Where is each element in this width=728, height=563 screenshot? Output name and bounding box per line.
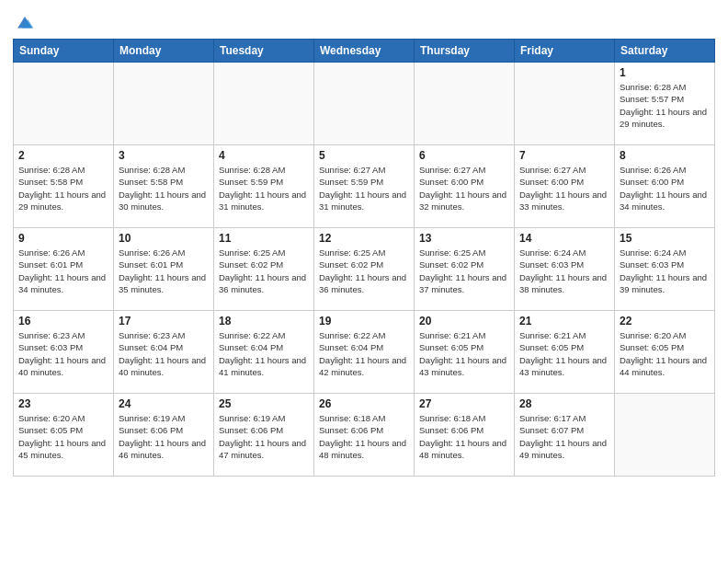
calendar-day-1: 1Sunrise: 6:28 AMSunset: 5:57 PMDaylight… bbox=[615, 63, 715, 145]
day-info: Sunrise: 6:23 AMSunset: 6:04 PMDaylight:… bbox=[119, 329, 209, 378]
calendar-day-22: 22Sunrise: 6:20 AMSunset: 6:05 PMDayligh… bbox=[615, 311, 715, 394]
calendar-week-row: 1Sunrise: 6:28 AMSunset: 5:57 PMDaylight… bbox=[14, 63, 715, 145]
weekday-header-thursday: Thursday bbox=[415, 40, 515, 63]
day-info: Sunrise: 6:26 AMSunset: 6:01 PMDaylight:… bbox=[119, 247, 209, 295]
calendar-day-25: 25Sunrise: 6:19 AMSunset: 6:06 PMDayligh… bbox=[214, 394, 314, 477]
weekday-header-sunday: Sunday bbox=[14, 40, 114, 63]
day-number: 13 bbox=[419, 232, 509, 245]
calendar-body: 1Sunrise: 6:28 AMSunset: 5:57 PMDaylight… bbox=[14, 63, 715, 477]
calendar-empty-cell bbox=[515, 63, 615, 145]
day-number: 24 bbox=[119, 397, 209, 410]
header bbox=[13, 9, 715, 33]
calendar-day-8: 8Sunrise: 6:26 AMSunset: 6:00 PMDaylight… bbox=[615, 145, 715, 228]
day-number: 23 bbox=[18, 397, 108, 410]
day-number: 20 bbox=[419, 315, 509, 327]
day-info: Sunrise: 6:18 AMSunset: 6:06 PMDaylight:… bbox=[419, 412, 509, 461]
day-number: 10 bbox=[119, 232, 209, 245]
weekday-header-wednesday: Wednesday bbox=[314, 40, 415, 63]
day-info: Sunrise: 6:19 AMSunset: 6:06 PMDaylight:… bbox=[219, 412, 309, 461]
page: SundayMondayTuesdayWednesdayThursdayFrid… bbox=[0, 0, 728, 489]
calendar-day-4: 4Sunrise: 6:28 AMSunset: 5:59 PMDaylight… bbox=[214, 145, 314, 228]
calendar-day-21: 21Sunrise: 6:21 AMSunset: 6:05 PMDayligh… bbox=[515, 311, 615, 394]
day-number: 3 bbox=[119, 149, 209, 162]
calendar-header: SundayMondayTuesdayWednesdayThursdayFrid… bbox=[14, 40, 715, 63]
day-number: 17 bbox=[119, 315, 209, 327]
calendar-day-3: 3Sunrise: 6:28 AMSunset: 5:58 PMDaylight… bbox=[114, 145, 214, 228]
calendar-day-12: 12Sunrise: 6:25 AMSunset: 6:02 PMDayligh… bbox=[314, 228, 415, 311]
day-number: 16 bbox=[18, 315, 108, 327]
calendar-day-18: 18Sunrise: 6:22 AMSunset: 6:04 PMDayligh… bbox=[214, 311, 314, 394]
day-number: 26 bbox=[319, 397, 409, 410]
logo-text bbox=[13, 13, 35, 33]
day-info: Sunrise: 6:26 AMSunset: 6:00 PMDaylight:… bbox=[620, 164, 710, 213]
calendar-empty-cell bbox=[214, 63, 314, 145]
day-info: Sunrise: 6:28 AMSunset: 5:57 PMDaylight:… bbox=[620, 81, 710, 130]
calendar-day-10: 10Sunrise: 6:26 AMSunset: 6:01 PMDayligh… bbox=[114, 228, 214, 311]
calendar-empty-cell bbox=[415, 63, 515, 145]
calendar-day-5: 5Sunrise: 6:27 AMSunset: 5:59 PMDaylight… bbox=[314, 145, 415, 228]
day-number: 11 bbox=[219, 232, 309, 245]
day-info: Sunrise: 6:27 AMSunset: 5:59 PMDaylight:… bbox=[319, 164, 409, 213]
calendar-day-26: 26Sunrise: 6:18 AMSunset: 6:06 PMDayligh… bbox=[314, 394, 415, 477]
day-info: Sunrise: 6:18 AMSunset: 6:06 PMDaylight:… bbox=[319, 412, 409, 461]
weekday-row: SundayMondayTuesdayWednesdayThursdayFrid… bbox=[14, 40, 715, 63]
day-number: 5 bbox=[319, 149, 409, 162]
calendar-day-11: 11Sunrise: 6:25 AMSunset: 6:02 PMDayligh… bbox=[214, 228, 314, 311]
day-number: 2 bbox=[18, 149, 108, 162]
day-info: Sunrise: 6:21 AMSunset: 6:05 PMDaylight:… bbox=[419, 329, 509, 378]
day-number: 7 bbox=[519, 149, 609, 162]
calendar-table: SundayMondayTuesdayWednesdayThursdayFrid… bbox=[13, 39, 715, 477]
day-info: Sunrise: 6:27 AMSunset: 6:00 PMDaylight:… bbox=[419, 164, 509, 213]
calendar-day-19: 19Sunrise: 6:22 AMSunset: 6:04 PMDayligh… bbox=[314, 311, 415, 394]
day-info: Sunrise: 6:20 AMSunset: 6:05 PMDaylight:… bbox=[620, 329, 710, 378]
day-number: 15 bbox=[620, 232, 710, 245]
day-info: Sunrise: 6:19 AMSunset: 6:06 PMDaylight:… bbox=[119, 412, 209, 461]
day-info: Sunrise: 6:25 AMSunset: 6:02 PMDaylight:… bbox=[319, 247, 409, 295]
day-number: 18 bbox=[219, 315, 309, 327]
day-info: Sunrise: 6:22 AMSunset: 6:04 PMDaylight:… bbox=[219, 329, 309, 378]
day-info: Sunrise: 6:21 AMSunset: 6:05 PMDaylight:… bbox=[519, 329, 609, 378]
calendar-week-row: 9Sunrise: 6:26 AMSunset: 6:01 PMDaylight… bbox=[14, 228, 715, 311]
day-number: 21 bbox=[519, 315, 609, 327]
calendar-week-row: 23Sunrise: 6:20 AMSunset: 6:05 PMDayligh… bbox=[14, 394, 715, 477]
weekday-header-monday: Monday bbox=[114, 40, 214, 63]
day-info: Sunrise: 6:25 AMSunset: 6:02 PMDaylight:… bbox=[419, 247, 509, 295]
day-number: 25 bbox=[219, 397, 309, 410]
calendar-empty-cell bbox=[114, 63, 214, 145]
logo bbox=[13, 13, 35, 33]
calendar-week-row: 16Sunrise: 6:23 AMSunset: 6:03 PMDayligh… bbox=[14, 311, 715, 394]
day-number: 12 bbox=[319, 232, 409, 245]
weekday-header-friday: Friday bbox=[515, 40, 615, 63]
calendar-empty-cell bbox=[615, 394, 715, 477]
calendar-empty-cell bbox=[14, 63, 114, 145]
calendar-day-24: 24Sunrise: 6:19 AMSunset: 6:06 PMDayligh… bbox=[114, 394, 214, 477]
day-number: 22 bbox=[620, 315, 710, 327]
calendar-week-row: 2Sunrise: 6:28 AMSunset: 5:58 PMDaylight… bbox=[14, 145, 715, 228]
calendar-day-16: 16Sunrise: 6:23 AMSunset: 6:03 PMDayligh… bbox=[14, 311, 114, 394]
day-number: 1 bbox=[620, 66, 710, 79]
day-number: 8 bbox=[620, 149, 710, 162]
calendar-day-17: 17Sunrise: 6:23 AMSunset: 6:04 PMDayligh… bbox=[114, 311, 214, 394]
day-info: Sunrise: 6:24 AMSunset: 6:03 PMDaylight:… bbox=[620, 247, 710, 295]
day-info: Sunrise: 6:22 AMSunset: 6:04 PMDaylight:… bbox=[319, 329, 409, 378]
calendar-day-15: 15Sunrise: 6:24 AMSunset: 6:03 PMDayligh… bbox=[615, 228, 715, 311]
day-number: 14 bbox=[519, 232, 609, 245]
calendar-day-28: 28Sunrise: 6:17 AMSunset: 6:07 PMDayligh… bbox=[515, 394, 615, 477]
day-info: Sunrise: 6:17 AMSunset: 6:07 PMDaylight:… bbox=[519, 412, 609, 461]
calendar-day-9: 9Sunrise: 6:26 AMSunset: 6:01 PMDaylight… bbox=[14, 228, 114, 311]
day-info: Sunrise: 6:24 AMSunset: 6:03 PMDaylight:… bbox=[519, 247, 609, 295]
day-info: Sunrise: 6:28 AMSunset: 5:58 PMDaylight:… bbox=[18, 164, 108, 213]
day-number: 19 bbox=[319, 315, 409, 327]
day-number: 9 bbox=[18, 232, 108, 245]
calendar-day-20: 20Sunrise: 6:21 AMSunset: 6:05 PMDayligh… bbox=[415, 311, 515, 394]
day-info: Sunrise: 6:28 AMSunset: 5:58 PMDaylight:… bbox=[119, 164, 209, 213]
calendar-empty-cell bbox=[314, 63, 415, 145]
weekday-header-saturday: Saturday bbox=[615, 40, 715, 63]
day-number: 6 bbox=[419, 149, 509, 162]
weekday-header-tuesday: Tuesday bbox=[214, 40, 314, 63]
calendar-day-27: 27Sunrise: 6:18 AMSunset: 6:06 PMDayligh… bbox=[415, 394, 515, 477]
day-info: Sunrise: 6:27 AMSunset: 6:00 PMDaylight:… bbox=[519, 164, 609, 213]
day-info: Sunrise: 6:20 AMSunset: 6:05 PMDaylight:… bbox=[18, 412, 108, 461]
calendar-day-23: 23Sunrise: 6:20 AMSunset: 6:05 PMDayligh… bbox=[14, 394, 114, 477]
day-info: Sunrise: 6:23 AMSunset: 6:03 PMDaylight:… bbox=[18, 329, 108, 378]
